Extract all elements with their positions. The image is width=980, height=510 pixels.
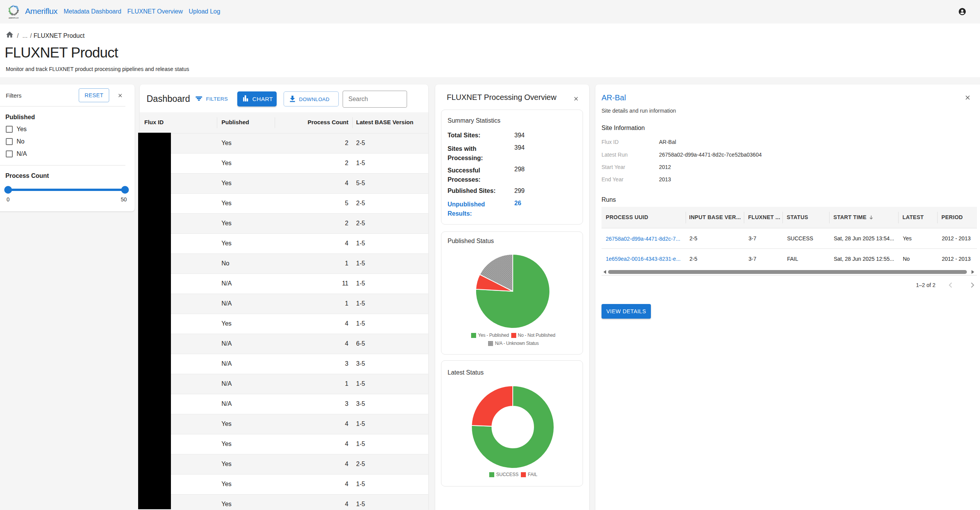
svg-text:AMERIFLUX: AMERIFLUX: [8, 17, 19, 19]
